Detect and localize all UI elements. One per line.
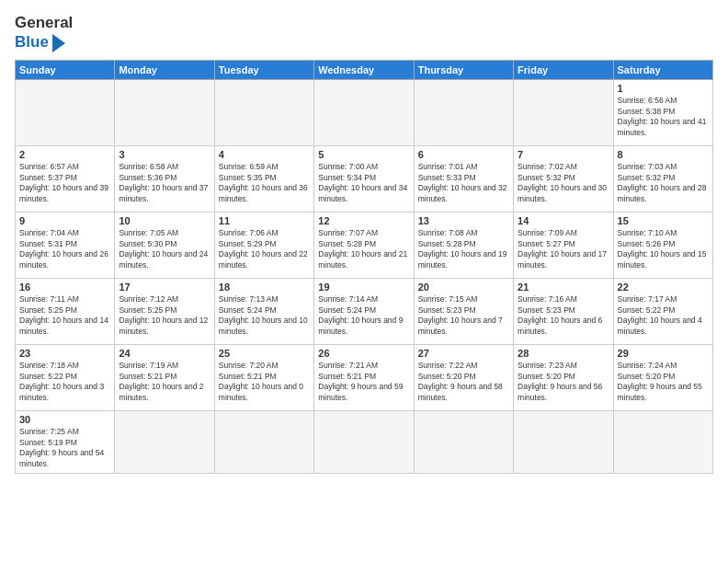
day-number: 17 <box>119 282 210 293</box>
day-info: Sunrise: 7:00 AMSunset: 5:34 PMDaylight:… <box>318 162 409 206</box>
calendar-cell <box>16 79 115 145</box>
day-number: 21 <box>518 282 609 293</box>
calendar-cell <box>214 79 313 145</box>
weekday-header: Wednesday <box>314 60 414 79</box>
weekday-header: Sunday <box>16 60 115 79</box>
day-number: 27 <box>418 348 509 359</box>
day-number: 22 <box>618 282 709 293</box>
calendar-week-row: 1Sunrise: 6:56 AMSunset: 5:38 PMDaylight… <box>16 79 713 145</box>
day-number: 7 <box>518 149 609 160</box>
day-number: 18 <box>219 282 310 293</box>
weekday-header: Friday <box>514 60 613 79</box>
day-info: Sunrise: 7:03 AMSunset: 5:32 PMDaylight:… <box>618 162 709 206</box>
day-number: 10 <box>119 215 210 226</box>
calendar-cell: 6Sunrise: 7:01 AMSunset: 5:33 PMDaylight… <box>414 145 513 212</box>
day-info: Sunrise: 7:06 AMSunset: 5:29 PMDaylight:… <box>219 228 310 272</box>
calendar-cell: 23Sunrise: 7:18 AMSunset: 5:22 PMDayligh… <box>16 344 115 410</box>
calendar-cell: 5Sunrise: 7:00 AMSunset: 5:34 PMDaylight… <box>314 145 414 212</box>
logo-triangle-icon <box>52 34 65 52</box>
calendar-cell: 7Sunrise: 7:02 AMSunset: 5:32 PMDaylight… <box>514 145 613 212</box>
calendar-cell <box>115 79 214 145</box>
calendar-cell: 2Sunrise: 6:57 AMSunset: 5:37 PMDaylight… <box>16 145 115 212</box>
calendar-cell: 30Sunrise: 7:25 AMSunset: 5:19 PMDayligh… <box>16 410 115 474</box>
calendar-cell: 22Sunrise: 7:17 AMSunset: 5:22 PMDayligh… <box>613 278 712 344</box>
calendar-week-row: 16Sunrise: 7:11 AMSunset: 5:25 PMDayligh… <box>16 278 713 344</box>
calendar-cell: 29Sunrise: 7:24 AMSunset: 5:20 PMDayligh… <box>613 344 712 410</box>
day-info: Sunrise: 6:57 AMSunset: 5:37 PMDaylight:… <box>19 162 110 206</box>
calendar-cell <box>514 410 613 474</box>
day-info: Sunrise: 7:10 AMSunset: 5:26 PMDaylight:… <box>618 228 709 272</box>
calendar-cell: 12Sunrise: 7:07 AMSunset: 5:28 PMDayligh… <box>314 212 414 278</box>
weekday-header: Tuesday <box>214 60 313 79</box>
calendar-cell <box>115 410 214 474</box>
day-number: 1 <box>618 83 709 94</box>
day-info: Sunrise: 7:24 AMSunset: 5:20 PMDaylight:… <box>618 361 709 405</box>
day-number: 2 <box>19 149 110 160</box>
calendar-cell: 20Sunrise: 7:15 AMSunset: 5:23 PMDayligh… <box>414 278 513 344</box>
day-info: Sunrise: 7:12 AMSunset: 5:25 PMDaylight:… <box>119 294 210 339</box>
calendar-cell: 3Sunrise: 6:58 AMSunset: 5:36 PMDaylight… <box>115 145 214 212</box>
calendar-page: General Blue SundayMondayTuesdayWednesda… <box>0 0 728 563</box>
day-info: Sunrise: 7:14 AMSunset: 5:24 PMDaylight:… <box>318 294 409 339</box>
day-info: Sunrise: 7:04 AMSunset: 5:31 PMDaylight:… <box>19 228 110 272</box>
day-info: Sunrise: 7:15 AMSunset: 5:23 PMDaylight:… <box>418 294 509 339</box>
calendar-week-row: 30Sunrise: 7:25 AMSunset: 5:19 PMDayligh… <box>16 410 713 474</box>
day-info: Sunrise: 7:08 AMSunset: 5:28 PMDaylight:… <box>418 228 509 272</box>
calendar-week-row: 9Sunrise: 7:04 AMSunset: 5:31 PMDaylight… <box>16 212 713 278</box>
calendar-cell: 26Sunrise: 7:21 AMSunset: 5:21 PMDayligh… <box>314 344 414 410</box>
day-number: 19 <box>318 282 409 293</box>
day-number: 29 <box>618 348 709 359</box>
weekday-header: Thursday <box>414 60 513 79</box>
day-number: 14 <box>518 215 609 226</box>
calendar-cell: 15Sunrise: 7:10 AMSunset: 5:26 PMDayligh… <box>613 212 712 278</box>
calendar-cell <box>214 410 313 474</box>
calendar-cell <box>314 79 414 145</box>
calendar-cell: 16Sunrise: 7:11 AMSunset: 5:25 PMDayligh… <box>16 278 115 344</box>
calendar-cell <box>613 410 712 474</box>
day-info: Sunrise: 6:58 AMSunset: 5:36 PMDaylight:… <box>119 162 210 206</box>
calendar-cell: 24Sunrise: 7:19 AMSunset: 5:21 PMDayligh… <box>115 344 214 410</box>
calendar-cell: 1Sunrise: 6:56 AMSunset: 5:38 PMDaylight… <box>613 79 712 145</box>
day-number: 11 <box>219 215 310 226</box>
calendar-cell: 25Sunrise: 7:20 AMSunset: 5:21 PMDayligh… <box>214 344 313 410</box>
day-info: Sunrise: 7:02 AMSunset: 5:32 PMDaylight:… <box>518 162 609 206</box>
calendar-week-row: 2Sunrise: 6:57 AMSunset: 5:37 PMDaylight… <box>16 145 713 212</box>
weekday-header: Saturday <box>613 60 712 79</box>
day-number: 3 <box>119 149 210 160</box>
day-info: Sunrise: 7:01 AMSunset: 5:33 PMDaylight:… <box>418 162 509 206</box>
weekday-header-row: SundayMondayTuesdayWednesdayThursdayFrid… <box>16 60 713 79</box>
calendar-cell: 4Sunrise: 6:59 AMSunset: 5:35 PMDaylight… <box>214 145 313 212</box>
calendar-cell: 27Sunrise: 7:22 AMSunset: 5:20 PMDayligh… <box>414 344 513 410</box>
day-number: 12 <box>318 215 409 226</box>
day-number: 16 <box>19 282 110 293</box>
logo-text: General Blue <box>15 15 73 52</box>
day-info: Sunrise: 7:13 AMSunset: 5:24 PMDaylight:… <box>219 294 310 339</box>
day-info: Sunrise: 7:07 AMSunset: 5:28 PMDaylight:… <box>318 228 409 272</box>
day-info: Sunrise: 7:17 AMSunset: 5:22 PMDaylight:… <box>618 294 709 339</box>
calendar-cell: 21Sunrise: 7:16 AMSunset: 5:23 PMDayligh… <box>514 278 613 344</box>
day-info: Sunrise: 7:09 AMSunset: 5:27 PMDaylight:… <box>518 228 609 272</box>
day-number: 6 <box>418 149 509 160</box>
calendar-cell: 8Sunrise: 7:03 AMSunset: 5:32 PMDaylight… <box>613 145 712 212</box>
day-number: 28 <box>518 348 609 359</box>
day-number: 8 <box>618 149 709 160</box>
calendar-week-row: 23Sunrise: 7:18 AMSunset: 5:22 PMDayligh… <box>16 344 713 410</box>
calendar-cell: 13Sunrise: 7:08 AMSunset: 5:28 PMDayligh… <box>414 212 513 278</box>
header: General Blue <box>15 15 713 52</box>
day-number: 24 <box>119 348 210 359</box>
day-number: 25 <box>219 348 310 359</box>
day-info: Sunrise: 6:56 AMSunset: 5:38 PMDaylight:… <box>618 96 709 140</box>
calendar-cell: 18Sunrise: 7:13 AMSunset: 5:24 PMDayligh… <box>214 278 313 344</box>
calendar-cell: 14Sunrise: 7:09 AMSunset: 5:27 PMDayligh… <box>514 212 613 278</box>
day-info: Sunrise: 7:18 AMSunset: 5:22 PMDaylight:… <box>19 361 110 405</box>
day-info: Sunrise: 7:22 AMSunset: 5:20 PMDaylight:… <box>418 361 509 405</box>
day-number: 13 <box>418 215 509 226</box>
calendar-table: SundayMondayTuesdayWednesdayThursdayFrid… <box>15 60 713 475</box>
logo: General Blue <box>15 15 73 52</box>
calendar-cell: 19Sunrise: 7:14 AMSunset: 5:24 PMDayligh… <box>314 278 414 344</box>
day-info: Sunrise: 7:05 AMSunset: 5:30 PMDaylight:… <box>119 228 210 272</box>
day-info: Sunrise: 7:23 AMSunset: 5:20 PMDaylight:… <box>518 361 609 405</box>
day-number: 30 <box>19 414 110 425</box>
day-info: Sunrise: 7:16 AMSunset: 5:23 PMDaylight:… <box>518 294 609 339</box>
day-number: 9 <box>19 215 110 226</box>
